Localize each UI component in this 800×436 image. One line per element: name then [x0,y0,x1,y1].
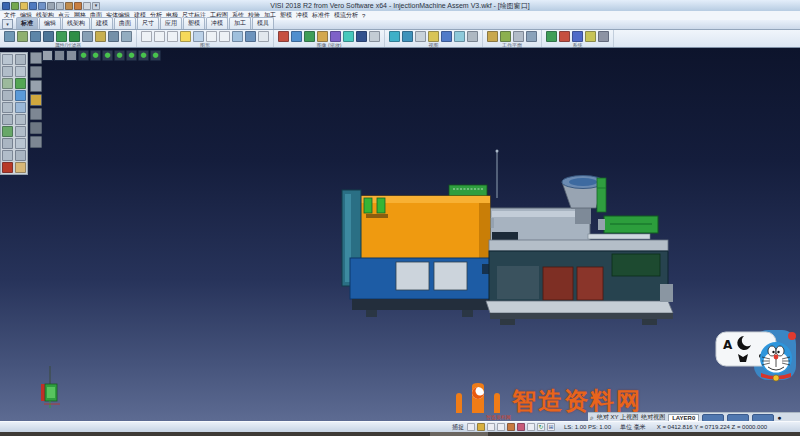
tab-standard[interactable]: 标准 [16,17,38,29]
menu-standard-parts[interactable]: 标准件 [312,11,330,20]
mask-icon[interactable] [82,31,93,42]
show-points-icon[interactable] [141,31,152,42]
taskbar-strip [0,432,800,436]
tab-modeling[interactable]: 建模 [91,17,113,29]
line-type-icon[interactable] [30,31,41,42]
ribbon-group-system: 系统 [542,30,614,47]
ribbon-tab-bar: ▾ 标准编辑线架构建模曲面尺寸应用塑模冲模加工模具 [0,20,800,30]
show-solids-icon[interactable] [180,31,191,42]
snap-point-icon[interactable] [477,423,485,431]
view-rotate-icon[interactable] [428,31,439,42]
zoom-in-icon[interactable] [317,31,328,42]
graphics-viewport[interactable]: ●●●●●●● [0,48,800,421]
view-front-icon[interactable] [402,31,413,42]
zoom-window-icon[interactable] [330,31,341,42]
view-custom-icon[interactable] [467,31,478,42]
snap-center-icon[interactable] [497,423,505,431]
units-readout: 单位 毫米 [620,423,646,432]
layer-filter-icon[interactable] [56,31,67,42]
ribbon-group-attributes: 属性/过滤器 [0,30,137,47]
ribbon-group-workplane: 工作平面 [483,30,542,47]
tab-wireframe[interactable]: 线架构 [62,17,90,29]
save-image-icon[interactable] [278,31,289,42]
doraemon-sticker: A [714,326,798,384]
dynamic-view-icon[interactable] [304,31,315,42]
menu-mold[interactable]: 塑模 [280,11,292,20]
injection-machine-3d-model[interactable] [0,48,800,421]
tab-application[interactable]: 应用 [160,17,182,29]
snap-grid-icon[interactable] [467,423,475,431]
tab-surface[interactable]: 曲面 [114,17,136,29]
element-filter-icon[interactable] [69,31,80,42]
line-width-icon[interactable] [43,31,54,42]
watermark-text: 智造资料网 [512,388,642,414]
pan-icon[interactable] [356,31,367,42]
ribbon-group-views: 视图 [385,30,483,47]
watermark-subtext: 智造资料网 [486,414,511,420]
system-options-icon[interactable] [572,31,583,42]
workplane-new-icon[interactable] [487,31,498,42]
coordinates-readout: X = 0412.816 Y = 0719.224 Z = 0000.000 [657,424,767,430]
attribute-pencil-icon[interactable] [4,31,15,42]
system-settings-icon[interactable] [546,31,557,42]
ribbon-group-graphics: 图形 [137,30,274,47]
tab-tooling[interactable]: 模具 [252,17,274,29]
watermark-logo-icon [452,382,504,414]
tab-overflow-button[interactable]: ▾ [2,19,13,29]
window-title: VISI 2018 R2 from Vero Software x64 - In… [0,1,800,11]
taskbar-segment [430,432,488,436]
system-help-icon[interactable] [585,31,596,42]
auto-refresh-icon[interactable]: ↻ [537,423,545,431]
workplane-toggle-icon[interactable] [513,31,524,42]
snap-perp-icon[interactable] [517,423,525,431]
status-dot-button[interactable]: ● [777,414,781,421]
select-by-icon[interactable] [108,31,119,42]
restore-image-icon[interactable] [291,31,302,42]
svg-text:A: A [723,338,733,352]
previous-view-icon[interactable] [369,31,380,42]
view-normal-icon[interactable] [441,31,452,42]
view-top-icon[interactable] [389,31,400,42]
system-colors-icon[interactable] [559,31,570,42]
scale-readout: LS: 1.00 PS: 1.00 [564,424,611,430]
tab-machining[interactable]: 加工 [229,17,251,29]
tab-die[interactable]: 冲模 [206,17,228,29]
shade-mode-icon[interactable] [193,31,204,42]
snap-mid-icon[interactable] [487,423,495,431]
tab-dimension[interactable]: 尺寸 [137,17,159,29]
show-surfaces-icon[interactable] [167,31,178,42]
reset-filter-icon[interactable] [121,31,132,42]
view-multi-icon[interactable] [454,31,465,42]
refresh-view-icon[interactable] [258,31,269,42]
menu-flow-analysis[interactable]: 模流分析 [334,11,358,20]
ribbon: 属性/过滤器 图形 图像 (缩放) 视图 工作平面 系统 [0,30,800,48]
tab-mold[interactable]: 塑模 [183,17,205,29]
show-curves-icon[interactable] [154,31,165,42]
hidden-line-icon[interactable] [219,31,230,42]
status-bar: 捕捉 ↻⊞ LS: 1.00 PS: 1.00 单位 毫米 X = 0412.8… [0,421,800,432]
ribbon-tabs: 标准编辑线架构建模曲面尺寸应用塑模冲模加工模具 [16,17,274,29]
snap-tangent-icon[interactable] [527,423,535,431]
workplane-align-icon[interactable] [500,31,511,42]
title-bar: ▾ VISI 2018 R2 from Vero Software x64 - … [0,0,800,11]
transparency-icon[interactable] [232,31,243,42]
snap-intersect-icon[interactable] [507,423,515,431]
ucs-triad [41,366,60,408]
system-info-icon[interactable] [598,31,609,42]
ribbon-group-image-zoom: 图像 (缩放) [274,30,385,47]
watermark: 智造资料网 [452,382,642,414]
snap-toggle-bar: ↻⊞ [467,423,555,431]
tab-edit[interactable]: 编辑 [39,17,61,29]
color-palette-icon[interactable] [17,31,28,42]
workplane-origin-icon[interactable] [526,31,537,42]
render-quality-icon[interactable] [245,31,256,42]
snap-label: 捕捉 [452,423,464,432]
zoom-extents-icon[interactable] [343,31,354,42]
highlight-icon[interactable] [95,31,106,42]
view-iso-icon[interactable] [415,31,426,42]
wireframe-mode-icon[interactable] [206,31,217,42]
menu-help[interactable]: ? [362,13,365,19]
menu-die[interactable]: 冲模 [296,11,308,20]
grid-toggle-icon[interactable]: ⊞ [547,423,555,431]
visi-application-window: ▾ VISI 2018 R2 from Vero Software x64 - … [0,0,800,436]
